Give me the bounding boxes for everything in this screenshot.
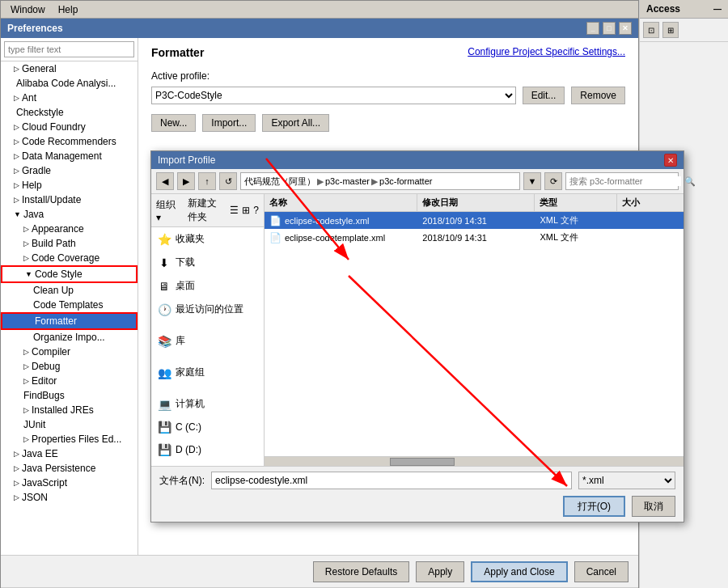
restore-defaults-button[interactable]: Restore Defaults [313,561,409,582]
organize-btn[interactable]: 组织 ▾ [156,198,176,223]
sidebar-item-java[interactable]: ▼ Java [1,207,138,222]
fav-downloads[interactable]: ⬇ 下载 [151,251,264,274]
maximize-btn[interactable]: □ [603,22,616,35]
active-profile-label: Active profile: [151,70,625,82]
help-btn[interactable]: ? [253,205,259,216]
sidebar-item-json[interactable]: ▷ JSON [1,490,138,505]
import-button[interactable]: Import... [202,114,256,132]
file-type-1: XML 文件 [535,231,616,243]
fav-recent[interactable]: 🕐 最近访问的位置 [151,298,264,321]
expand-arrow: ▷ [23,362,29,370]
nav-back-btn[interactable]: ◀ [156,172,174,190]
file-row-0[interactable]: 📄 eclipse-codestyle.xml 2018/10/9 14:31 … [265,212,684,229]
hscroll-thumb[interactable] [390,458,455,466]
fav-computer[interactable]: 💻 计算机 [151,392,264,416]
profile-row: P3C-CodeStyle Edit... Remove [151,87,625,104]
sidebar-item-appearance[interactable]: ▷ Appearance [1,222,138,236]
sidebar-item-ant[interactable]: ▷ Ant [1,91,138,105]
search-box: 🔍 [565,172,679,190]
fav-library[interactable]: 📚 库 [151,329,264,353]
apply-button[interactable]: Apply [416,561,464,582]
sidebar-item-props[interactable]: ▷ Properties Files Ed... [1,432,138,446]
sidebar-item-coverage[interactable]: ▷ Code Coverage [1,251,138,265]
sidebar-item-java-persistence[interactable]: ▷ Java Persistence [1,461,138,476]
sidebar-item-alibaba[interactable]: Alibaba Code Analysi... [1,76,138,91]
expand-arrow: ▷ [14,493,19,501]
cancel-main-button[interactable]: Cancel [574,561,629,582]
open-button[interactable]: 打开(O) [563,496,625,517]
apply-close-button[interactable]: Apply and Close [471,561,567,582]
sidebar-item-data-mgmt[interactable]: ▷ Data Management [1,149,138,163]
sidebar-item-foundry[interactable]: ▷ Cloud Foundry [1,120,138,134]
configure-link[interactable]: Configure Project Specific Settings... [468,46,625,57]
file-row-1[interactable]: 📄 eclipse-codetemplate.xml 2018/10/9 14:… [265,229,684,246]
fav-drive-c[interactable]: 💾 C (C:) [151,416,264,438]
dialog-cancel-button[interactable]: 取消 [632,496,675,517]
sidebar-item-java-ee[interactable]: ▷ Java EE [1,446,138,461]
fav-favorites[interactable]: ⭐ 收藏夹 [151,227,264,251]
sidebar-item-editor[interactable]: ▷ Editor [1,374,138,388]
export-all-button[interactable]: Export All... [262,114,329,132]
sidebar-item-recommenders[interactable]: ▷ Code Recommenders [1,134,138,149]
view-list-btn[interactable]: ☰ [230,205,239,216]
sidebar-item-build-path[interactable]: ▷ Build Path [1,236,138,251]
eclipse-window: Window Help Preferences _ □ ✕ ▷ General … [0,0,639,588]
path-seg-2: p3c-formatter [379,176,432,186]
menu-window[interactable]: Window [4,2,52,17]
close-btn[interactable]: ✕ [619,22,632,35]
fav-homegroup[interactable]: 👥 家庭组 [151,361,264,384]
expand-arrow: ▷ [23,348,29,356]
nav-extra-btn[interactable]: ⟳ [544,172,562,190]
sidebar-item-install[interactable]: ▷ Install/Update [1,192,138,207]
expand-arrow: ▷ [14,65,19,73]
sidebar-item-checkstyle[interactable]: Checkstyle [1,105,138,120]
nav-refresh-btn[interactable]: ↺ [219,172,237,190]
new-button[interactable]: New... [151,114,196,132]
sidebar-item-templates[interactable]: Code Templates [1,298,138,312]
sidebar-item-formatter[interactable]: Formatter [1,312,138,330]
filetype-select[interactable]: *.xml [578,472,675,489]
dialog-close-btn[interactable]: ✕ [664,154,677,167]
menu-bar: Window Help [1,1,638,19]
filter-input[interactable] [4,41,134,57]
view-grid-btn[interactable]: ⊞ [242,205,250,216]
sidebar-item-gradle[interactable]: ▷ Gradle [1,163,138,178]
sidebar-item-code-style[interactable]: ▼ Code Style [1,265,138,283]
fav-drive-d[interactable]: 💾 D (D:) [151,438,264,461]
access-icon-1[interactable]: ⊡ [643,22,659,38]
sidebar-item-general[interactable]: ▷ General [1,61,138,76]
nav-forward-btn[interactable]: ▶ [177,172,195,190]
new-folder-btn[interactable]: 新建文件夹 [188,197,225,224]
file-date-1: 2018/10/9 14:31 [417,233,535,243]
sidebar-item-cleanup[interactable]: Clean Up [1,283,138,298]
sidebar-item-javascript[interactable]: ▷ JavaScript [1,476,138,490]
menu-help[interactable]: Help [52,2,85,17]
expand-arrow: ▷ [14,464,19,472]
expand-arrow: ▼ [25,270,32,278]
nav-up-btn[interactable]: ↑ [198,172,216,190]
profile-select[interactable]: P3C-CodeStyle [151,87,516,104]
edit-button[interactable]: Edit... [523,87,565,104]
path-display: 代码规范（阿里） ▶ p3c-master ▶ p3c-formatter [240,172,520,190]
sidebar-item-findbugs[interactable]: FindBugs [1,388,138,403]
access-minimize-btn[interactable]: — [713,5,722,14]
sidebar-item-debug[interactable]: ▷ Debug [1,359,138,374]
sidebar-item-jres[interactable]: ▷ Installed JREs [1,403,138,417]
dialog-bottom: 文件名(N): *.xml 打开(O) 取消 [151,466,684,522]
access-icon-2[interactable]: ⊞ [662,22,679,38]
dialog-main: 组织 ▾ 新建文件夹 ☰ ⊞ ? ⭐ 收藏夹 ⬇ 下载 [151,194,684,466]
nav-dropdown-btn[interactable]: ▼ [523,172,541,190]
formatter-buttons: New... Import... Export All... [151,114,625,132]
sidebar-item-junit[interactable]: JUnit [1,417,138,432]
hscroll[interactable] [265,456,684,466]
minimize-btn[interactable]: _ [586,22,599,35]
col-name-header: 名称 [265,194,417,211]
remove-button[interactable]: Remove [571,87,625,104]
sidebar-item-help[interactable]: ▷ Help [1,178,138,192]
fav-desktop[interactable]: 🖥 桌面 [151,274,264,298]
sidebar-item-organize[interactable]: Organize Impo... [1,330,138,345]
search-input[interactable] [569,176,681,186]
filename-input[interactable] [211,472,572,489]
dialog-title-bar: Import Profile ✕ [151,151,684,169]
sidebar-item-compiler[interactable]: ▷ Compiler [1,345,138,359]
